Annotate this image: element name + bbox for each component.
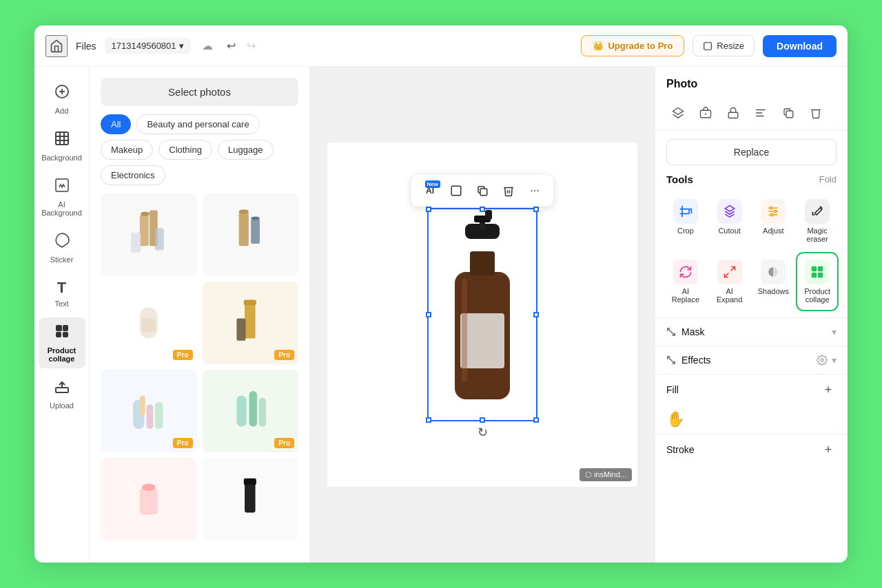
svg-rect-21 bbox=[239, 213, 249, 246]
lock-button[interactable] bbox=[721, 101, 745, 125]
undo-button[interactable]: ↩ bbox=[224, 36, 238, 55]
filter-beauty[interactable]: Beauty and personal care bbox=[136, 114, 259, 134]
photo-item[interactable]: Pro bbox=[203, 282, 299, 364]
stroke-add-button[interactable]: + bbox=[820, 441, 837, 458]
adjust-icon bbox=[761, 199, 786, 224]
duplicate-button[interactable] bbox=[471, 179, 494, 202]
tool-crop[interactable]: Crop bbox=[666, 193, 705, 249]
handle-bm[interactable] bbox=[480, 417, 485, 423]
fill-add-button[interactable]: + bbox=[820, 381, 837, 398]
replace-button[interactable]: Replace bbox=[666, 139, 837, 165]
sidebar-item-label: Upload bbox=[50, 401, 74, 410]
tool-ai-replace[interactable]: AI Replace bbox=[666, 254, 705, 309]
svg-marker-51 bbox=[673, 108, 684, 115]
filter-all[interactable]: All bbox=[101, 114, 131, 134]
resize-button[interactable]: Resize bbox=[693, 35, 755, 56]
svg-rect-72 bbox=[812, 273, 817, 278]
stroke-row[interactable]: Stroke + bbox=[655, 434, 848, 465]
sidebar-item-upload[interactable]: Upload bbox=[39, 372, 85, 415]
svg-point-74 bbox=[821, 359, 823, 361]
layers-button[interactable] bbox=[666, 101, 690, 125]
mask-chevron: ▾ bbox=[832, 326, 837, 337]
mask-section[interactable]: Mask ▾ bbox=[655, 317, 848, 346]
home-button[interactable] bbox=[45, 35, 68, 57]
svg-rect-36 bbox=[259, 398, 266, 427]
align-button[interactable] bbox=[749, 101, 772, 125]
photo-item[interactable] bbox=[203, 458, 299, 540]
fill-label: Fill bbox=[666, 384, 679, 395]
frame-button[interactable] bbox=[444, 179, 468, 202]
handle-tl[interactable] bbox=[426, 207, 431, 212]
photo-item[interactable] bbox=[101, 193, 197, 276]
filename-display[interactable]: 1713149560801 ▾ bbox=[105, 38, 191, 54]
ai-background-icon bbox=[54, 177, 70, 198]
sidebar-item-label: Add bbox=[55, 107, 69, 115]
trash-button[interactable] bbox=[804, 101, 828, 125]
photo-item[interactable] bbox=[101, 458, 197, 540]
handle-bl[interactable] bbox=[426, 417, 431, 423]
select-photos-button[interactable]: Select photos bbox=[101, 78, 298, 106]
svg-rect-40 bbox=[244, 479, 256, 485]
sidebar-item-label: AI Background bbox=[41, 200, 82, 217]
svg-rect-31 bbox=[147, 404, 154, 429]
cloud-icon[interactable]: ☁ bbox=[202, 39, 213, 52]
svg-rect-71 bbox=[818, 266, 823, 272]
svg-rect-12 bbox=[56, 332, 61, 337]
photo-item[interactable] bbox=[203, 193, 299, 276]
effects-icon bbox=[666, 355, 676, 365]
delete-button[interactable] bbox=[497, 179, 520, 202]
filter-clothing[interactable]: Clothing bbox=[158, 140, 212, 160]
svg-point-65 bbox=[771, 213, 773, 216]
smart-button[interactable] bbox=[694, 101, 717, 125]
sidebar-item-add[interactable]: Add bbox=[39, 78, 85, 120]
svg-rect-73 bbox=[818, 273, 823, 278]
fold-button[interactable]: Fold bbox=[819, 174, 837, 185]
sidebar-item-ai-background[interactable]: AI Background bbox=[39, 171, 85, 222]
tool-shadows[interactable]: Shadows bbox=[755, 254, 793, 309]
photo-item[interactable]: Pro bbox=[101, 370, 197, 452]
photo-item[interactable]: Pro bbox=[101, 282, 197, 364]
sidebar-item-sticker[interactable]: Sticker bbox=[39, 227, 85, 269]
handle-br[interactable] bbox=[533, 417, 539, 423]
filter-electronics[interactable]: Electronics bbox=[101, 165, 165, 185]
tool-ai-expand[interactable]: AI Expand bbox=[710, 254, 749, 309]
tools-label: Tools bbox=[666, 174, 693, 185]
text-icon: T bbox=[57, 279, 66, 297]
svg-rect-20 bbox=[155, 228, 164, 250]
tool-cutout[interactable]: Cutout bbox=[710, 193, 749, 249]
mask-label: Mask bbox=[681, 326, 704, 337]
filter-luggage[interactable]: Luggage bbox=[218, 140, 274, 160]
ai-replace-icon bbox=[673, 260, 698, 284]
svg-point-22 bbox=[239, 209, 249, 213]
files-label[interactable]: Files bbox=[76, 41, 96, 52]
download-button[interactable]: Download bbox=[763, 35, 837, 57]
rotate-handle[interactable]: ↻ bbox=[478, 425, 488, 440]
copy-button[interactable] bbox=[777, 101, 800, 125]
effects-section[interactable]: Effects ▾ bbox=[655, 346, 848, 374]
handle-rm[interactable] bbox=[533, 312, 539, 317]
product-bottle bbox=[434, 210, 531, 417]
more-button[interactable]: ··· bbox=[523, 179, 546, 202]
svg-rect-34 bbox=[237, 395, 247, 426]
tool-product-collage[interactable]: Product collage bbox=[798, 254, 837, 309]
photo-item[interactable]: Pro bbox=[203, 370, 299, 452]
header: Files 1713149560801 ▾ ☁ ↩ ↪ 👑 Upgrade to… bbox=[34, 25, 848, 67]
effects-settings-icon bbox=[817, 355, 828, 366]
sidebar-item-product-collage[interactable]: Product collage bbox=[39, 317, 85, 368]
fill-row[interactable]: Fill + bbox=[655, 374, 848, 405]
tool-magic-eraser[interactable]: Magic eraser bbox=[798, 193, 837, 249]
tools-grid: Crop Cutout bbox=[666, 193, 837, 309]
sidebar-item-background[interactable]: Background bbox=[39, 125, 85, 167]
ai-expand-icon bbox=[717, 260, 742, 284]
redo-button[interactable]: ↪ bbox=[244, 36, 258, 55]
canvas-area[interactable]: AI New bbox=[310, 67, 655, 563]
upgrade-button[interactable]: 👑 Upgrade to Pro bbox=[581, 35, 684, 56]
sidebar-item-text[interactable]: T Text bbox=[39, 273, 85, 313]
ai-tool-button[interactable]: AI New bbox=[418, 179, 442, 202]
handle-lm[interactable] bbox=[426, 312, 431, 317]
handle-tr[interactable] bbox=[533, 207, 539, 212]
svg-rect-43 bbox=[470, 251, 495, 275]
filter-makeup[interactable]: Makeup bbox=[101, 140, 153, 160]
tool-adjust[interactable]: Adjust bbox=[755, 193, 793, 249]
photo-panel: Select photos All Beauty and personal ca… bbox=[90, 67, 310, 563]
